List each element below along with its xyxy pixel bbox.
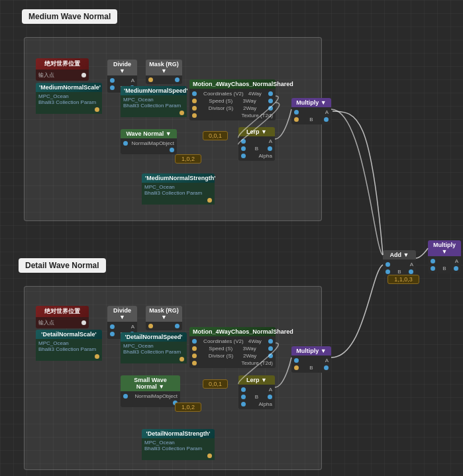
- node-title: Multiply ▼: [296, 348, 326, 354]
- detail-value-001: 0,0,1: [203, 379, 228, 389]
- node-title: 'DetailNormalSpeed': [125, 334, 183, 340]
- node-title: 'MediumNormalSpeed': [124, 87, 187, 94]
- output-pin: [95, 107, 99, 112]
- medium-value-001: 0,0,1: [203, 131, 228, 140]
- node-title: Motion_4WayChaos_NormalShared: [193, 328, 293, 335]
- detail-wave-normal-label: Detail Wave Normal: [19, 258, 106, 273]
- node-title: Multiply ▼: [296, 99, 326, 106]
- detail-world-position-input[interactable]: 绝对世界位置 输入点: [36, 306, 89, 328]
- node-title: 'DetailNormalStrength': [146, 430, 211, 437]
- detail-small-wave-normal-node[interactable]: Small Wave Normal ▼ NormalMapObject: [121, 375, 180, 407]
- medium-motion-4way-node[interactable]: Motion_4WayChaos_NormalShared Coordinate…: [189, 79, 276, 120]
- medium-normal-speed-node[interactable]: 'MediumNormalSpeed' MPC_Ocean Bhalli3 Co…: [121, 86, 187, 117]
- detail-motion-4way-node[interactable]: Motion_4WayChaos_NormalShared Coordinate…: [189, 327, 276, 368]
- node-title: Lerp ▼: [246, 128, 267, 135]
- node-title: Add ▼: [390, 252, 409, 258]
- node-title: Mask (RG) ▼: [149, 307, 179, 320]
- node-title: 'MediumNormalScale': [39, 84, 101, 91]
- output-pin: [180, 111, 184, 115]
- medium-normal-strength-node[interactable]: 'MediumNormalStrength' MPC_Ocean Bhalli3…: [142, 173, 215, 205]
- detail-mask-rg-node[interactable]: Mask (RG) ▼: [146, 306, 182, 330]
- node-title: Divide ▼: [113, 61, 131, 74]
- detail-value-102: 1,0,2: [175, 403, 201, 412]
- node-title: 'DetailNormalScale': [41, 331, 96, 338]
- output-pin: [175, 324, 180, 328]
- medium-value-102: 1,0,2: [175, 154, 201, 164]
- node-title: Wave Normal ▼: [126, 130, 171, 137]
- output-pin: [207, 453, 212, 458]
- node-title: 'MediumNormalStrength': [145, 175, 215, 181]
- medium-multiply-node[interactable]: Multiply ▼ A B: [291, 98, 331, 124]
- medium-mask-rg-node[interactable]: Mask (RG) ▼: [146, 60, 182, 84]
- node-title: Multiply ▼: [433, 242, 456, 255]
- output-pin: [81, 320, 86, 325]
- node-title: Motion_4WayChaos_NormalShared: [193, 81, 293, 87]
- value-1103: 1,1,0,3: [387, 275, 419, 284]
- detail-multiply-node[interactable]: Multiply ▼ A B: [291, 346, 331, 373]
- output-pin: [81, 73, 86, 77]
- output-pin: [175, 77, 180, 82]
- medium-wave-normal-label: Medium Wave Normal: [22, 9, 117, 24]
- detail-lerp-node[interactable]: Lerp ▼ A B Alpha: [238, 375, 275, 409]
- output-pin: [180, 357, 184, 361]
- medium-wave-normal-node[interactable]: Wave Normal ▼ NormalMapObject: [121, 129, 177, 154]
- node-title: Lerp ▼: [246, 377, 267, 383]
- node-title: Divide ▼: [113, 307, 131, 320]
- output-pin: [95, 354, 99, 359]
- detail-normal-scale-node[interactable]: 'DetailNormalScale' MPC_Ocean Bhalli3 Co…: [36, 330, 102, 361]
- node-title: Mask (RG) ▼: [149, 61, 179, 74]
- detail-normal-speed-node[interactable]: 'DetailNormalSpeed' MPC_Ocean Bhalli3 Co…: [121, 332, 187, 363]
- node-title: Small Wave Normal ▼: [134, 377, 167, 390]
- add-node[interactable]: Add ▼ A B: [383, 250, 416, 277]
- detail-normal-strength-node[interactable]: 'DetailNormalStrength' MPC_Ocean Bhalli3…: [142, 429, 215, 460]
- medium-world-position-input[interactable]: 绝对世界位置 输入点: [36, 58, 89, 81]
- node-title: 绝对世界位置: [44, 60, 80, 67]
- medium-lerp-node[interactable]: Lerp ▼ A B Alpha: [238, 127, 275, 161]
- medium-normal-scale-node[interactable]: 'MediumNormalScale' MPC_Ocean Bhalli3 Co…: [36, 83, 102, 114]
- final-multiply-node[interactable]: Multiply ▼ A B: [428, 240, 461, 273]
- node-title: 绝对世界位置: [44, 308, 80, 314]
- output-pin: [207, 198, 212, 203]
